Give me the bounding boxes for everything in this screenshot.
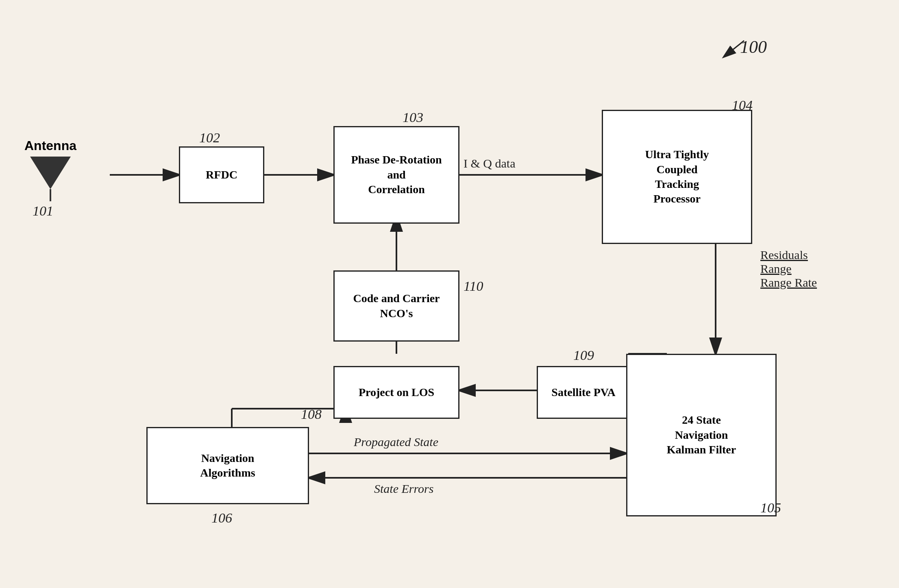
satellite-pva-block: Satellite PVA xyxy=(537,366,630,419)
code-carrier-block: Code and CarrierNCO's xyxy=(333,270,459,342)
ref-101: 101 xyxy=(33,203,53,219)
ref-103: 103 xyxy=(403,110,423,125)
ref-104: 104 xyxy=(732,98,753,113)
ref-108: 108 xyxy=(301,407,322,422)
navigation-alg-block: NavigationAlgorithms xyxy=(146,427,309,504)
ultra-tightly-block: Ultra TightlyCoupledTrackingProcessor xyxy=(602,110,752,244)
phase-derotation-block: Phase De-RotationandCorrelation xyxy=(333,126,459,224)
ref-105: 105 xyxy=(760,500,781,516)
ref-100: 100 xyxy=(740,37,767,57)
diagram-container: Antenna 101 100 RFDC 102 Phase De-Rotati… xyxy=(0,0,899,588)
project-los-block: Project on LOS xyxy=(333,366,459,419)
ref-109: 109 xyxy=(573,348,594,363)
kalman-filter-block: 24 StateNavigationKalman Filter xyxy=(626,354,777,516)
iq-data-label: I & Q data xyxy=(464,157,515,170)
state-errors-label: State Errors xyxy=(374,482,433,496)
antenna-line xyxy=(50,189,51,201)
propagated-state-label: Propagated State xyxy=(354,435,438,449)
antenna-symbol xyxy=(30,157,71,189)
ref-102: 102 xyxy=(199,130,220,146)
antenna: Antenna xyxy=(24,138,76,201)
ref-110: 110 xyxy=(464,279,483,294)
residuals-label: Residuals Range Range Rate xyxy=(760,248,817,290)
rfdc-block: RFDC xyxy=(179,146,264,203)
ref-106: 106 xyxy=(211,510,232,526)
antenna-label: Antenna xyxy=(24,138,76,153)
